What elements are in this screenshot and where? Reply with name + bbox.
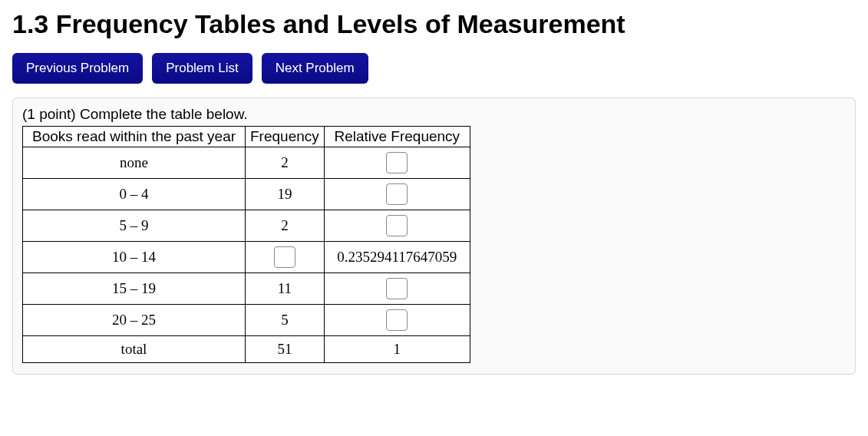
- page-title: 1.3 Frequency Tables and Levels of Measu…: [12, 9, 856, 39]
- table-header-row: Books read within the past year Frequenc…: [23, 127, 470, 147]
- cell-total-frequency: 51: [246, 336, 325, 363]
- table-row: none 2: [23, 147, 470, 179]
- relative-input-0[interactable]: [386, 152, 408, 173]
- cell-category: none: [23, 147, 246, 179]
- cell-relative: [324, 147, 470, 179]
- relative-input-2[interactable]: [386, 215, 408, 236]
- cell-frequency: [246, 242, 325, 273]
- problem-prompt: (1 point) Complete the table below.: [22, 106, 846, 123]
- cell-frequency: 2: [246, 210, 325, 242]
- cell-category: 20 – 25: [23, 305, 246, 336]
- header-category: Books read within the past year: [23, 127, 246, 147]
- cell-category: 15 – 19: [23, 273, 246, 305]
- cell-relative: 0.235294117647059: [324, 242, 470, 273]
- header-relative: Relative Frequency: [324, 127, 470, 147]
- cell-relative: [324, 305, 470, 336]
- cell-total-relative: 1: [324, 336, 470, 363]
- cell-frequency: 2: [246, 147, 325, 179]
- table-row: 5 – 9 2: [23, 210, 470, 242]
- table-row-total: total 51 1: [23, 336, 470, 363]
- table-row: 15 – 19 11: [23, 273, 470, 305]
- table-row: 10 – 14 0.235294117647059: [23, 242, 470, 273]
- cell-relative: [324, 179, 470, 210]
- header-frequency: Frequency: [246, 127, 325, 147]
- table-row: 20 – 25 5: [23, 305, 470, 336]
- cell-frequency: 5: [246, 305, 325, 336]
- previous-problem-button[interactable]: Previous Problem: [12, 53, 143, 84]
- cell-category: 10 – 14: [23, 242, 246, 273]
- cell-category: 0 – 4: [23, 179, 246, 210]
- nav-buttons: Previous Problem Problem List Next Probl…: [12, 53, 856, 84]
- problem-list-button[interactable]: Problem List: [152, 53, 252, 84]
- cell-total-label: total: [23, 336, 246, 363]
- table-row: 0 – 4 19: [23, 179, 470, 210]
- cell-relative: [324, 273, 470, 305]
- cell-frequency: 19: [246, 179, 325, 210]
- cell-relative: [324, 210, 470, 242]
- relative-input-4[interactable]: [386, 278, 408, 299]
- frequency-input-3[interactable]: [274, 246, 295, 268]
- frequency-table: Books read within the past year Frequenc…: [22, 126, 470, 363]
- problem-box: (1 point) Complete the table below. Book…: [12, 97, 856, 375]
- relative-input-5[interactable]: [386, 309, 408, 331]
- cell-frequency: 11: [246, 273, 325, 305]
- next-problem-button[interactable]: Next Problem: [262, 53, 368, 84]
- cell-category: 5 – 9: [23, 210, 246, 242]
- relative-input-1[interactable]: [386, 183, 408, 205]
